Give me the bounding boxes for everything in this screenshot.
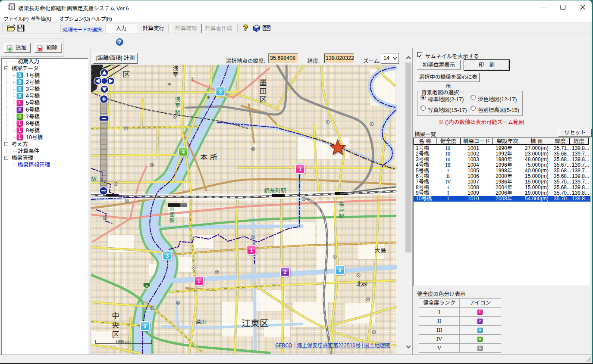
svg-text:3: 3 bbox=[166, 253, 169, 259]
svg-text:3: 3 bbox=[144, 324, 147, 330]
svg-text:区: 区 bbox=[123, 68, 130, 79]
svg-text:2: 2 bbox=[284, 269, 287, 275]
svg-text:3: 3 bbox=[219, 89, 222, 95]
svg-text:4: 4 bbox=[182, 149, 185, 155]
svg-text:F: F bbox=[254, 28, 257, 31]
svg-text:深川: 深川 bbox=[195, 317, 207, 326]
svg-text:両国駅: 両国駅 bbox=[169, 205, 175, 224]
svg-text:GEBCO: GEBCO bbox=[275, 341, 292, 348]
svg-text:北砂: 北砂 bbox=[356, 280, 367, 288]
svg-text:駅: 駅 bbox=[91, 174, 97, 183]
svg-text:浅草: 浅草 bbox=[173, 65, 178, 78]
svg-text:江東区: 江東区 bbox=[242, 316, 269, 329]
svg-text:?: ? bbox=[118, 39, 121, 45]
svg-text:亀戸駅: 亀戸駅 bbox=[339, 200, 344, 219]
svg-text:卍: 卍 bbox=[191, 76, 195, 82]
svg-text:3: 3 bbox=[339, 268, 342, 274]
svg-text:| 海上保安庁許可第222510号 | 国土地理院: | 海上保安庁許可第222510号 | 国土地理院 bbox=[294, 341, 390, 348]
svg-text:中央区: 中央区 bbox=[112, 310, 119, 339]
svg-text:B: B bbox=[257, 28, 260, 31]
svg-text:1: 1 bbox=[198, 278, 201, 284]
svg-text:大島: 大島 bbox=[375, 246, 386, 254]
svg-text:1000 m: 1000 m bbox=[116, 339, 129, 344]
svg-text:本所: 本所 bbox=[200, 151, 220, 162]
svg-text:1: 1 bbox=[250, 247, 253, 253]
svg-text:錦糸町駅: 錦糸町駅 bbox=[264, 186, 286, 194]
svg-text:浅草駅: 浅草駅 bbox=[175, 95, 180, 116]
svg-text:6: 6 bbox=[145, 284, 147, 288]
svg-text:墨田区: 墨田区 bbox=[260, 77, 267, 104]
svg-text:卍: 卍 bbox=[167, 82, 171, 87]
svg-text:卍: 卍 bbox=[207, 95, 210, 100]
svg-text:1: 1 bbox=[299, 166, 302, 172]
